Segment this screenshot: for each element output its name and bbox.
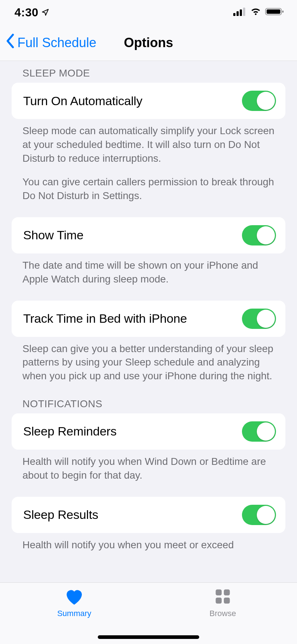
tab-bar: Summary Browse	[0, 582, 297, 644]
nav-bar: Full Schedule Options	[0, 25, 297, 61]
cellular-icon	[233, 7, 246, 17]
grid-icon	[214, 588, 231, 607]
battery-icon	[265, 7, 285, 17]
status-time: 4:30	[14, 6, 49, 19]
footer-sleep-reminders: Health will notify you when Wind Down or…	[12, 450, 285, 482]
row-track-time-in-bed[interactable]: Track Time in Bed with iPhone	[12, 301, 285, 337]
footer-text-line: Sleep mode can automatically simplify yo…	[22, 124, 275, 165]
svg-rect-5	[267, 9, 280, 14]
status-indicators	[233, 7, 285, 17]
toggle-sleep-reminders[interactable]	[242, 421, 276, 442]
footer-turn-on-automatically: Sleep mode can automatically simplify yo…	[12, 119, 285, 203]
row-show-time[interactable]: Show Time	[12, 217, 285, 253]
location-icon	[41, 8, 49, 16]
row-label: Show Time	[23, 228, 83, 242]
section-header-sleep-mode: SLEEP MODE	[22, 67, 285, 79]
svg-rect-10	[224, 598, 230, 604]
footer-text-line: Sleep can give you a better understandin…	[22, 342, 275, 383]
row-sleep-reminders[interactable]: Sleep Reminders	[12, 413, 285, 450]
svg-rect-7	[216, 590, 222, 596]
status-bar: 4:30	[0, 0, 297, 25]
svg-rect-9	[216, 598, 222, 604]
footer-track-time-in-bed: Sleep can give you a better understandin…	[12, 337, 285, 383]
svg-rect-6	[282, 11, 284, 13]
svg-rect-0	[233, 13, 235, 16]
footer-show-time: The date and time will be shown on your …	[12, 253, 285, 286]
tab-summary[interactable]: Summary	[0, 583, 148, 644]
tab-label: Browse	[209, 609, 236, 618]
row-label: Sleep Reminders	[23, 424, 117, 438]
content-scroll[interactable]: SLEEP MODE Turn On Automatically Sleep m…	[0, 61, 297, 582]
section-header-notifications: NOTIFICATIONS	[22, 398, 285, 410]
row-label: Sleep Results	[23, 508, 98, 522]
heart-icon	[64, 588, 84, 607]
footer-sleep-results: Health will notify you when you meet or …	[12, 533, 285, 552]
toggle-track-time-in-bed[interactable]	[242, 309, 276, 329]
row-sleep-results[interactable]: Sleep Results	[12, 497, 285, 533]
svg-rect-8	[224, 590, 230, 596]
toggle-show-time[interactable]	[242, 225, 276, 245]
wifi-icon	[250, 7, 262, 17]
footer-text-line: The date and time will be shown on your …	[22, 259, 275, 286]
row-label: Track Time in Bed with iPhone	[23, 311, 187, 326]
row-turn-on-automatically[interactable]: Turn On Automatically	[12, 83, 285, 119]
footer-text-line: You can give certain callers permission …	[22, 175, 275, 203]
tab-label: Summary	[57, 609, 91, 618]
footer-text-line: Health will notify you when you meet or …	[22, 538, 275, 552]
page-title: Options	[0, 35, 297, 50]
status-time-text: 4:30	[14, 6, 38, 19]
svg-rect-1	[237, 11, 239, 16]
tab-browse[interactable]: Browse	[148, 583, 297, 644]
svg-rect-3	[243, 8, 245, 16]
footer-text-line: Health will notify you when Wind Down or…	[22, 455, 275, 482]
home-indicator[interactable]	[98, 635, 199, 639]
svg-rect-2	[240, 9, 242, 16]
toggle-turn-on-automatically[interactable]	[242, 91, 276, 111]
toggle-sleep-results[interactable]	[242, 505, 276, 525]
row-label: Turn On Automatically	[23, 94, 142, 108]
